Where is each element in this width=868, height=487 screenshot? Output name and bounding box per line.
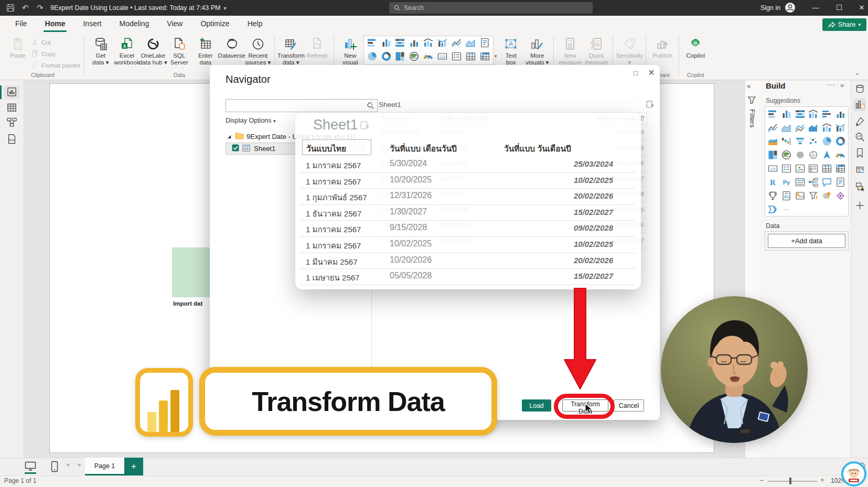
stacked-bar-visual-icon[interactable]: [768, 109, 778, 121]
line-stacked-column-visual-icon[interactable]: [822, 123, 832, 135]
multi-line-visual-icon[interactable]: [795, 123, 805, 135]
cancel-button[interactable]: Cancel: [614, 399, 644, 412]
selection-pane-icon[interactable]: [853, 180, 866, 193]
load-button[interactable]: Load: [522, 399, 551, 412]
clustered-column-visual-icon[interactable]: [781, 109, 791, 121]
zoom-out-button[interactable]: −: [759, 476, 764, 484]
transform-data-button[interactable]: Transformdata ▾: [278, 34, 304, 66]
dax-query-view-icon[interactable]: DAX: [4, 133, 19, 146]
100-stacked-bar-visual-icon[interactable]: [395, 38, 405, 50]
display-options-dropdown[interactable]: Display Options ▾: [226, 117, 276, 124]
table-visual-icon[interactable]: [466, 51, 476, 63]
multi-row-card-visual-icon[interactable]: [452, 51, 462, 63]
add-pane-icon[interactable]: [853, 199, 866, 212]
column-line-visual-icon[interactable]: [808, 109, 818, 121]
gauge-visual-icon[interactable]: [835, 150, 845, 162]
tree-expand-icon[interactable]: ◢: [228, 134, 231, 139]
matrix-visual-icon[interactable]: [835, 164, 845, 176]
collapse-ribbon-icon[interactable]: ⌃: [855, 72, 860, 79]
menu-item-view[interactable]: View: [158, 16, 191, 33]
python-visual-icon[interactable]: Py: [781, 177, 791, 189]
donut-visual-icon[interactable]: [835, 136, 845, 148]
paginated-report-visual-icon[interactable]: [781, 191, 791, 203]
slicer-visual-icon[interactable]: [808, 164, 818, 176]
new-page-button[interactable]: +: [124, 458, 143, 475]
minimize-button[interactable]: —: [808, 0, 823, 16]
format-pane-icon[interactable]: [853, 115, 866, 128]
line-visual-icon[interactable]: [452, 38, 462, 50]
preview-refresh-icon[interactable]: [646, 101, 654, 111]
arcgis-map-visual-icon[interactable]: [822, 191, 832, 203]
menu-item-file[interactable]: File: [6, 16, 36, 33]
mobile-layout-icon[interactable]: [51, 461, 58, 474]
stream-visual-icon[interactable]: [768, 136, 778, 148]
dialog-close-icon[interactable]: ✕: [645, 67, 658, 79]
funnel-visual-icon[interactable]: [795, 136, 805, 148]
qa-visual-icon[interactable]: [822, 177, 832, 189]
enter-data-button[interactable]: Enterdata: [192, 34, 219, 66]
pie-visual-icon[interactable]: [822, 136, 832, 148]
redo-icon[interactable]: ↷: [37, 0, 44, 16]
smart-narrative-visual-icon[interactable]: [835, 177, 845, 189]
waterfall-visual-icon[interactable]: [781, 136, 791, 148]
gallery-expand-icon[interactable]: ▾: [495, 53, 497, 59]
smart-narrative-visual-icon[interactable]: [480, 38, 490, 50]
global-search-box[interactable]: Search: [389, 2, 593, 14]
close-button[interactable]: ✕: [854, 0, 868, 16]
analytics-pane-icon[interactable]: [853, 131, 866, 144]
multi-row-card-visual-icon[interactable]: [781, 164, 791, 176]
dataverse-button[interactable]: Dataverse: [219, 34, 245, 59]
text-box-button[interactable]: ATextbox: [498, 34, 524, 66]
small-column-visual-icon[interactable]: [409, 38, 419, 50]
build-more-options-icon[interactable]: ···: [827, 80, 835, 89]
donut-visual-icon[interactable]: [381, 51, 391, 63]
model-view-icon[interactable]: [4, 116, 19, 129]
add-data-button[interactable]: +Add data: [768, 234, 845, 248]
dialog-maximize-icon[interactable]: ☐: [629, 68, 642, 79]
map-globe-visual-icon[interactable]: [409, 51, 419, 63]
onelake-data-hub-button[interactable]: OneLakedata hub ▾: [140, 34, 166, 66]
maximize-button[interactable]: ☐: [831, 0, 847, 16]
table-visual-icon[interactable]: [822, 164, 832, 176]
shape-map-visual-icon[interactable]: [808, 150, 818, 162]
more-visual-icon[interactable]: ···: [781, 204, 791, 217]
account-avatar-icon[interactable]: [785, 2, 796, 15]
card-visual-icon[interactable]: 123: [437, 51, 447, 63]
more-visuals-button[interactable]: Morevisuals ▾: [524, 34, 550, 66]
desktop-layout-icon[interactable]: [25, 461, 36, 473]
menu-item-insert[interactable]: Insert: [74, 16, 110, 33]
sql-server-button[interactable]: SQLServer: [166, 34, 192, 66]
metrics-visual-icon[interactable]: [768, 191, 778, 203]
treemap-visual-icon[interactable]: [395, 51, 405, 63]
data-pane-icon[interactable]: [853, 83, 866, 95]
area-visual-icon[interactable]: [781, 123, 791, 135]
small-stacked-bar-visual-icon[interactable]: [822, 109, 832, 121]
build-expand-icon[interactable]: »: [840, 81, 844, 89]
power-automate-visual-icon[interactable]: [768, 204, 778, 217]
copilot-button[interactable]: Copilot: [682, 34, 709, 59]
treemap-visual-icon[interactable]: [768, 150, 778, 162]
table-view-icon[interactable]: [4, 101, 19, 115]
list-slicer-visual-icon[interactable]: [795, 177, 805, 189]
menu-item-optimize[interactable]: Optimize: [191, 16, 238, 33]
line-stacked-column-visual-icon[interactable]: [423, 38, 433, 50]
line-clustered-column-visual-icon[interactable]: [437, 38, 447, 50]
new-visual-button[interactable]: Newvisual: [337, 34, 363, 66]
gauge-visual-icon[interactable]: [423, 51, 433, 63]
area-visual-icon[interactable]: [466, 38, 476, 50]
power-apps-visual-visual-icon[interactable]: [835, 191, 845, 203]
clustered-column-visual-icon[interactable]: [381, 38, 391, 50]
kpi-visual-icon[interactable]: [795, 164, 805, 176]
menu-item-home[interactable]: Home: [36, 16, 74, 33]
recent-sources-button[interactable]: Recentsources ▾: [245, 34, 271, 66]
build-pane-icon[interactable]: [853, 99, 866, 111]
bookmarks-pane-icon[interactable]: [853, 147, 866, 159]
report-view-icon[interactable]: [4, 85, 19, 99]
zoom-slider[interactable]: [768, 481, 817, 482]
smart-filter-visual-icon[interactable]: [808, 191, 818, 203]
line-clustered-column-visual-icon[interactable]: [835, 123, 845, 135]
map-globe-visual-icon[interactable]: [781, 150, 791, 162]
menu-item-help[interactable]: Help: [239, 16, 272, 33]
stacked-bar-visual-icon[interactable]: [367, 38, 377, 50]
navigator-search-box[interactable]: [226, 99, 378, 112]
